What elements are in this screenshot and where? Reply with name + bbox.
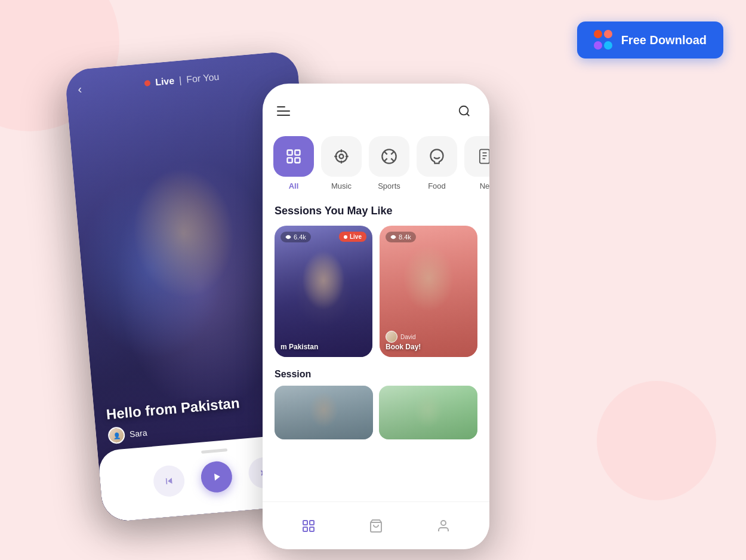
session-card-1[interactable]: 6.4k Live m Pakistan [275, 226, 372, 357]
session2-views: 8.4k [386, 232, 416, 242]
search-icon [458, 104, 471, 118]
nav-home-icon [300, 518, 317, 534]
free-download-label: Free Download [621, 33, 707, 47]
session2-name: Book Day! [386, 343, 471, 351]
category-music[interactable]: Music [320, 136, 363, 190]
svg-point-0 [460, 106, 468, 115]
live-label: Live [155, 75, 174, 88]
nav-shop[interactable] [368, 518, 384, 534]
phones-container: ‹ Live | For You ♡ 346 💬 65 [84, 48, 573, 543]
category-all[interactable]: All [272, 136, 315, 190]
phone-right-inner: All Music [263, 84, 489, 549]
sessions-section: Sessions You May Like 6.4k Live [263, 195, 489, 364]
session1-bottom: m Pakistan [280, 343, 366, 351]
svg-rect-13 [303, 527, 307, 531]
streamer-avatar: 👤 [107, 426, 125, 444]
play-icon [210, 470, 223, 484]
svg-point-6 [336, 151, 347, 162]
next2-overlay [379, 386, 477, 439]
sports-icon [381, 148, 397, 165]
live-text-1: Live [350, 233, 362, 240]
free-download-button[interactable]: Free Download [577, 21, 723, 59]
live-dot [144, 80, 151, 87]
rewind-icon [162, 475, 175, 488]
eye-icon-2 [390, 234, 396, 240]
category-tabs: All Music [263, 131, 489, 195]
hamburger-line-2 [277, 110, 290, 112]
session2-host-row: David [386, 331, 471, 343]
search-button[interactable] [454, 100, 475, 122]
streamer-name: Sara [129, 428, 147, 439]
category-ne[interactable]: Ne [463, 136, 489, 190]
ne-icon [476, 148, 489, 165]
bottom-nav [263, 501, 489, 549]
shop-icon [369, 519, 383, 533]
session1-portrait [275, 226, 372, 357]
figma-dot-4 [604, 41, 612, 50]
hamburger-menu[interactable] [277, 106, 290, 116]
all-label: All [289, 181, 299, 190]
sports-icon-wrapper [369, 136, 409, 177]
category-food[interactable]: Food [415, 136, 458, 190]
figma-icon [594, 30, 614, 50]
live-badge-dot [344, 235, 347, 239]
host-name-2: David [400, 334, 416, 340]
svg-rect-12 [310, 521, 314, 525]
live-badge-1: Live [339, 232, 366, 242]
figma-dot-3 [594, 41, 602, 50]
ne-icon-wrapper [464, 136, 489, 177]
eye-icon-1 [285, 234, 291, 240]
hamburger-line-3 [277, 115, 290, 116]
svg-rect-8 [480, 149, 489, 163]
phone-right: All Music [263, 84, 489, 549]
nav-profile-icon [435, 518, 452, 534]
figma-dot-1 [594, 30, 602, 38]
food-icon-wrapper [417, 136, 457, 177]
home-icon [301, 519, 316, 533]
hamburger-line-1 [277, 106, 285, 107]
views-count-2: 8.4k [399, 233, 411, 241]
figma-dot-2 [604, 30, 612, 38]
next-session-title: Session [275, 369, 477, 380]
next1-overlay [275, 386, 373, 439]
nav-home[interactable] [300, 518, 317, 534]
rewind-button[interactable] [152, 464, 186, 498]
sports-label: Sports [378, 181, 400, 190]
svg-point-5 [340, 155, 344, 159]
play-button[interactable] [200, 460, 233, 494]
views-count-1: 6.4k [294, 233, 306, 241]
music-icon [333, 148, 350, 165]
profile-icon [436, 519, 451, 533]
next-session-section: Session [263, 364, 489, 444]
drag-indicator [201, 448, 227, 454]
music-label: Music [331, 181, 352, 190]
all-icon [285, 148, 302, 165]
host-avatar-2 [386, 331, 397, 343]
svg-rect-3 [288, 158, 292, 162]
session2-bottom: David Book Day! [386, 328, 471, 351]
nav-profile[interactable] [435, 518, 452, 534]
sessions-title: Sessions You May Like [275, 205, 477, 217]
svg-rect-11 [303, 521, 307, 525]
next-session-cards [275, 386, 477, 439]
category-sports[interactable]: Sports [368, 136, 411, 190]
music-icon-wrapper [321, 136, 362, 177]
next-card-2[interactable] [379, 386, 477, 439]
svg-rect-2 [295, 150, 300, 155]
next-card-1[interactable] [275, 386, 373, 439]
session1-name: m Pakistan [280, 343, 366, 351]
svg-rect-4 [295, 158, 300, 162]
right-phone-header [263, 84, 489, 131]
bg-decoration-2 [597, 381, 716, 500]
separator: | [178, 75, 182, 85]
svg-rect-14 [310, 527, 314, 531]
nav-shop-icon [368, 518, 384, 534]
session1-views: 6.4k [280, 232, 311, 242]
back-button[interactable]: ‹ [77, 82, 82, 96]
svg-point-16 [441, 521, 446, 525]
food-label: Food [428, 181, 446, 190]
all-icon-wrapper [273, 136, 314, 177]
ne-label: Ne [480, 181, 489, 190]
session-card-2[interactable]: 8.4k David Book Day! [380, 226, 477, 357]
sessions-grid: 6.4k Live m Pakistan [275, 226, 477, 357]
